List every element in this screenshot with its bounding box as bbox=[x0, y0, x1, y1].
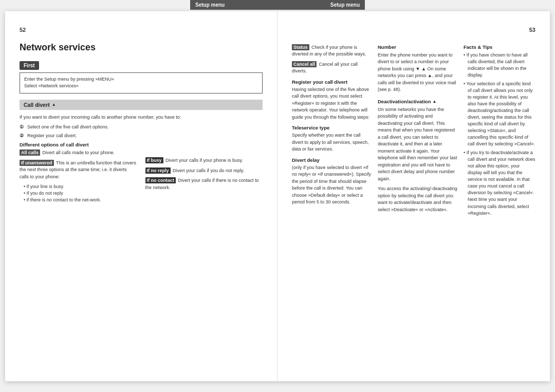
unanswered-bullets: • if your line is busy • if you do not r… bbox=[20, 183, 137, 203]
status-label: Status bbox=[292, 44, 309, 50]
options-left: Different options of call divert All cal… bbox=[20, 142, 137, 203]
page-spread: 52 Network services First Enter the Setu… bbox=[5, 11, 550, 381]
first-step-1: Enter the Setup menu by pressing »MENU« bbox=[24, 76, 258, 83]
if-unanswered-label: If unanswered bbox=[20, 160, 54, 166]
register-text: Having selected one of the five above ca… bbox=[292, 86, 372, 121]
right-col-3: Facts & Tips If you have chosen to have … bbox=[464, 37, 535, 219]
divert-delay-text: (only if you have selected to divert »If… bbox=[292, 164, 372, 206]
options-right: If busy Divert your calls if your phone … bbox=[145, 142, 263, 203]
if-busy-label: If busy bbox=[145, 157, 163, 163]
right-cols: Status Check if your phone is diverted i… bbox=[292, 37, 535, 219]
cancel-all-label: Cancel all bbox=[292, 61, 317, 67]
facts-item-2: Your selection of a specific kind of cal… bbox=[464, 81, 535, 147]
number-text: Enter the phone number you want to diver… bbox=[378, 52, 457, 94]
call-divert-label: Call divert bbox=[24, 102, 50, 108]
all-calls-label: All calls bbox=[20, 150, 40, 156]
call-divert-icon: ▲ bbox=[52, 102, 56, 107]
bullet-2: • if you do not reply bbox=[24, 190, 137, 197]
first-step-2: Select »Network services« bbox=[24, 83, 258, 90]
call-divert-header: Call divert ▲ bbox=[20, 100, 263, 110]
divert-delay-header: Divert delay bbox=[292, 157, 372, 163]
call-divert-intro: If you want to divert your incoming call… bbox=[20, 114, 263, 121]
header-left: Setup menu bbox=[195, 2, 225, 8]
all-calls-text: All calls Divert all calls made to your … bbox=[20, 150, 137, 157]
first-label: First bbox=[20, 61, 39, 70]
if-no-reply-label: If no reply bbox=[145, 167, 171, 174]
right-col-2: Number Enter the phone number you want t… bbox=[378, 37, 457, 219]
deact-text1: On some networks you have the possibilit… bbox=[378, 106, 457, 183]
options-grid: Different options of call divert All cal… bbox=[20, 142, 263, 203]
right-col-1: Status Check if your phone is diverted i… bbox=[292, 37, 372, 219]
left-page: 52 Network services First Enter the Setu… bbox=[5, 11, 278, 381]
step-2: ② Register your call divert. bbox=[20, 133, 263, 139]
right-page-inner: Status Check if your phone is diverted i… bbox=[292, 37, 535, 219]
register-header: Register your call divert bbox=[292, 79, 372, 85]
diff-options-header: Different options of call divert bbox=[20, 142, 137, 147]
right-page: 53 Status Check if your phone is diverte… bbox=[278, 11, 550, 381]
deact-text2: You access the activating/-deactivating … bbox=[378, 185, 457, 213]
if-busy-text: If busy Divert your calls if your phone … bbox=[145, 157, 263, 164]
page-title: Network services bbox=[20, 42, 263, 53]
deactivation-section: Deactivation/activation ▲ On some networ… bbox=[378, 99, 457, 214]
call-divert-steps: ① Select one of the five call divert opt… bbox=[20, 124, 263, 139]
step-1-text: Select one of the five call divert optio… bbox=[27, 124, 109, 130]
deactivation-header: Deactivation/activation ▲ bbox=[378, 99, 457, 104]
status-text: Status Check if your phone is diverted i… bbox=[292, 44, 372, 58]
bullet-3: • if there is no contact to the net-work… bbox=[24, 197, 137, 203]
deact-icon: ▲ bbox=[432, 99, 436, 104]
facts-header: Facts & Tips bbox=[464, 44, 535, 50]
step-2-text: Register your call divert. bbox=[27, 133, 77, 139]
header-bar: Setup menu Setup menu bbox=[190, 0, 365, 10]
number-header: Number bbox=[378, 44, 457, 50]
if-no-contact-label: If no contact bbox=[145, 177, 176, 183]
if-no-reply-text: If no reply Divert your calls if you do … bbox=[145, 167, 263, 175]
facts-item-3: If you try to deactivate/activate a call… bbox=[464, 150, 535, 216]
header-right: Setup menu bbox=[330, 2, 360, 8]
step-1: ① Select one of the five call divert opt… bbox=[20, 124, 263, 130]
teleservice-header: Teleservice type bbox=[292, 125, 372, 130]
left-page-number: 52 bbox=[20, 27, 263, 33]
facts-item-1: If you have chosen to have all calls div… bbox=[464, 52, 535, 79]
first-content: Enter the Setup menu by pressing »MENU« … bbox=[20, 72, 263, 94]
number-section: Number Enter the phone number you want t… bbox=[378, 44, 457, 94]
if-unanswered-text: If unanswered This is an umbrella functi… bbox=[20, 160, 137, 181]
bullet-1: • if your line is busy bbox=[24, 183, 137, 190]
if-no-contact-text: If no contact Divert your calls if there… bbox=[145, 177, 263, 191]
cancel-all-text: Cancel all Cancel all your call diverts. bbox=[292, 61, 372, 75]
right-page-number: 53 bbox=[292, 27, 535, 33]
facts-section: Facts & Tips If you have chosen to have … bbox=[464, 44, 535, 217]
teleservice-text: Specify whether you want the call divert… bbox=[292, 132, 372, 153]
